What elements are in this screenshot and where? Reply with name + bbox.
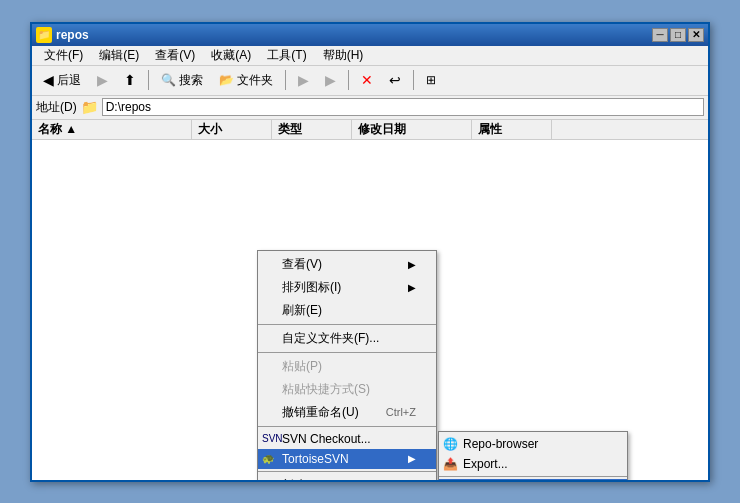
toolbar: ◀ 后退 ▶ ⬆ 🔍 搜索 📂 文件夹 ▶ ▶ ✕ ↩ (32, 66, 708, 96)
forward-arrow-icon: ▶ (97, 72, 108, 88)
ctx-tortoise-arrow: ▶ (408, 453, 416, 464)
nav-forward-icon: ▶ (298, 72, 309, 88)
menu-file[interactable]: 文件(F) (36, 45, 91, 66)
minimize-button[interactable]: ─ (652, 28, 668, 42)
nav-back2-button[interactable]: ▶ (318, 68, 343, 92)
col-header-name[interactable]: 名称 ▲ (32, 120, 192, 139)
ctx-sep-2 (258, 352, 436, 353)
ctx-paste-shortcut[interactable]: 粘贴快捷方式(S) (258, 378, 436, 401)
ctx-undo-rename-label: 撤销重命名(U) (282, 404, 359, 421)
ctx-svn-icon: SVN (262, 433, 283, 444)
ctx-tortoise-icon: 🐢 (262, 453, 274, 464)
undo-button[interactable]: ↩ (382, 68, 408, 92)
nav-back2-icon: ▶ (325, 72, 336, 88)
sub-repo-browser[interactable]: 🌐 Repo-browser (439, 434, 627, 454)
col-header-attr[interactable]: 属性 (472, 120, 552, 139)
address-value: D:\repos (106, 100, 151, 114)
sub-repo-icon: 🌐 (443, 437, 458, 451)
toolbar-separator-3 (348, 70, 349, 90)
ctx-arrange-arrow: ▶ (408, 282, 416, 293)
back-arrow-icon: ◀ (43, 72, 54, 88)
menu-help[interactable]: 帮助(H) (315, 45, 372, 66)
sub-sep-1 (439, 476, 627, 477)
ctx-sep-4 (258, 471, 436, 472)
ctx-view[interactable]: 查看(V) ▶ (258, 253, 436, 276)
window-icon: 📁 (36, 27, 52, 43)
toolbar-separator-1 (148, 70, 149, 90)
ctx-undo-shortcut: Ctrl+Z (386, 406, 416, 418)
search-icon: 🔍 (161, 73, 176, 87)
ctx-customize-label: 自定义文件夹(F)... (282, 330, 379, 347)
search-button[interactable]: 🔍 搜索 (154, 68, 210, 92)
ctx-paste-shortcut-label: 粘贴快捷方式(S) (282, 381, 370, 398)
menubar: 文件(F) 编辑(E) 查看(V) 收藏(A) 工具(T) 帮助(H) (32, 46, 708, 66)
window-controls: ─ □ ✕ (652, 28, 704, 42)
context-menu: 查看(V) ▶ 排列图标(I) ▶ 刷新(E) 自定义文件夹(F)... 粘贴(… (257, 250, 437, 480)
up-button[interactable]: ⬆ (117, 68, 143, 92)
folders-button[interactable]: 📂 文件夹 (212, 68, 280, 92)
ctx-tortoise[interactable]: 🐢 TortoiseSVN ▶ (258, 449, 436, 469)
file-header: 名称 ▲ 大小 类型 修改日期 属性 (32, 120, 708, 140)
title-bar: 📁 repos ─ □ ✕ (32, 24, 708, 46)
toolbar-separator-4 (413, 70, 414, 90)
ctx-view-arrow: ▶ (408, 259, 416, 270)
up-arrow-icon: ⬆ (124, 72, 136, 88)
ctx-customize[interactable]: 自定义文件夹(F)... (258, 327, 436, 350)
back-label: 后退 (57, 72, 81, 89)
ctx-new-label: 新建(W) (282, 477, 325, 480)
file-area: 名称 ▲ 大小 类型 修改日期 属性 查看(V) ▶ 排列图标(I) ▶ 刷新(… (32, 120, 708, 480)
ctx-undo-rename[interactable]: 撤销重命名(U) Ctrl+Z (258, 401, 436, 424)
sub-export-label: Export... (463, 457, 508, 471)
ctx-refresh[interactable]: 刷新(E) (258, 299, 436, 322)
undo-icon: ↩ (389, 72, 401, 88)
ctx-new[interactable]: 新建(W) ▶ (258, 474, 436, 480)
address-label: 地址(D) (36, 99, 77, 116)
ctx-sep-1 (258, 324, 436, 325)
tortoise-submenu: 🌐 Repo-browser 📤 Export... 📦 Create repo… (438, 431, 628, 480)
ctx-arrange-label: 排列图标(I) (282, 279, 341, 296)
sub-create-repo[interactable]: 📦 Create repository here... (439, 479, 627, 480)
ctx-view-label: 查看(V) (282, 256, 322, 273)
window-title: repos (56, 28, 652, 42)
ctx-svn-checkout[interactable]: SVN SVN Checkout... (258, 429, 436, 449)
ctx-paste-label: 粘贴(P) (282, 358, 322, 375)
ctx-tortoise-label: TortoiseSVN (282, 452, 349, 466)
col-header-size[interactable]: 大小 (192, 120, 272, 139)
forward-button[interactable]: ▶ (90, 68, 115, 92)
search-label: 搜索 (179, 72, 203, 89)
views-icon: ⊞ (426, 73, 436, 87)
ctx-svn-label: SVN Checkout... (282, 432, 371, 446)
toolbar-separator-2 (285, 70, 286, 90)
maximize-button[interactable]: □ (670, 28, 686, 42)
delete-button[interactable]: ✕ (354, 68, 380, 92)
menu-view[interactable]: 查看(V) (147, 45, 203, 66)
nav-forward-button[interactable]: ▶ (291, 68, 316, 92)
delete-icon: ✕ (361, 72, 373, 88)
col-header-type[interactable]: 类型 (272, 120, 352, 139)
folders-icon: 📂 (219, 73, 234, 87)
explorer-window: 📁 repos ─ □ ✕ 文件(F) 编辑(E) 查看(V) 收藏(A) 工具… (30, 22, 710, 482)
sub-repo-label: Repo-browser (463, 437, 538, 451)
folders-label: 文件夹 (237, 72, 273, 89)
address-input[interactable]: D:\repos (102, 98, 704, 116)
sub-export[interactable]: 📤 Export... (439, 454, 627, 474)
address-folder-icon: 📁 (81, 99, 98, 115)
col-header-date[interactable]: 修改日期 (352, 120, 472, 139)
views-button[interactable]: ⊞ (419, 68, 443, 92)
ctx-paste[interactable]: 粘贴(P) (258, 355, 436, 378)
close-button[interactable]: ✕ (688, 28, 704, 42)
menu-tools[interactable]: 工具(T) (259, 45, 314, 66)
ctx-sep-3 (258, 426, 436, 427)
sub-export-icon: 📤 (443, 457, 458, 471)
address-bar: 地址(D) 📁 D:\repos (32, 96, 708, 120)
menu-edit[interactable]: 编辑(E) (91, 45, 147, 66)
ctx-refresh-label: 刷新(E) (282, 302, 322, 319)
back-button[interactable]: ◀ 后退 (36, 68, 88, 92)
menu-favorites[interactable]: 收藏(A) (203, 45, 259, 66)
ctx-arrange[interactable]: 排列图标(I) ▶ (258, 276, 436, 299)
